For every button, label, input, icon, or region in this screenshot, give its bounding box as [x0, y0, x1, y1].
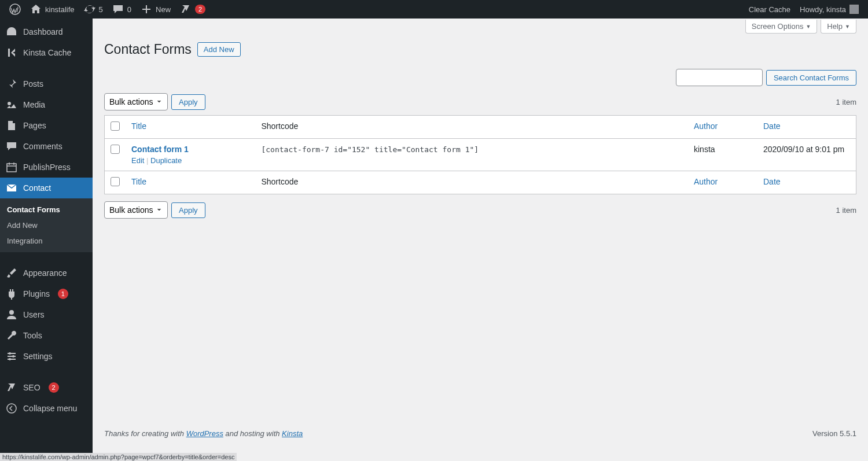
updates-count: 5	[99, 5, 103, 14]
wordpress-icon	[9, 3, 21, 15]
main-content: Screen Options▼ Help▼ Contact Forms Add …	[93, 19, 868, 461]
brush-icon	[6, 267, 17, 279]
col-date[interactable]: Date	[757, 116, 856, 139]
item-count-top: 1 item	[836, 98, 856, 106]
sidebar-item-posts[interactable]: Posts	[0, 73, 93, 94]
item-count-bottom: 1 item	[836, 206, 856, 215]
bulk-actions-select-bottom[interactable]: Bulk actions	[104, 201, 168, 219]
sidebar-item-media[interactable]: Media	[0, 94, 93, 115]
wp-logo[interactable]	[5, 0, 25, 19]
media-icon	[6, 99, 17, 110]
pin-icon	[6, 78, 17, 90]
sidebar-item-contact[interactable]: Contact	[0, 178, 93, 198]
collapse-icon	[6, 403, 17, 414]
version-text: Version 5.5.1	[812, 429, 856, 438]
apply-button-top[interactable]: Apply	[171, 94, 205, 110]
seo-badge: 2	[49, 382, 59, 393]
plugins-badge: 1	[58, 289, 68, 299]
svg-point-1	[8, 102, 11, 105]
mail-icon	[6, 182, 17, 194]
user-icon	[6, 309, 17, 320]
svg-point-8	[7, 404, 16, 413]
contact-submenu: Contact Forms Add New Integration	[0, 198, 93, 252]
collapse-menu[interactable]: Collapse menu	[0, 398, 93, 419]
svg-point-7	[9, 358, 11, 360]
col-title[interactable]: Title	[126, 116, 255, 139]
sidebar-item-comments[interactable]: Comments	[0, 136, 93, 157]
submenu-integration[interactable]: Integration	[0, 233, 93, 249]
updates[interactable]: 5	[79, 0, 108, 19]
sidebar-item-tools[interactable]: Tools	[0, 325, 93, 346]
duplicate-link[interactable]: Duplicate	[150, 156, 182, 165]
wrench-icon	[6, 330, 17, 341]
row-date: 2020/09/10 at 9:01 pm	[757, 139, 856, 171]
sidebar-item-appearance[interactable]: Appearance	[0, 263, 93, 283]
search-input[interactable]	[676, 69, 763, 86]
help-button[interactable]: Help▼	[821, 20, 856, 34]
yoast-icon	[180, 3, 192, 15]
row-checkbox[interactable]	[111, 145, 120, 154]
search-button[interactable]: Search Contact Forms	[766, 70, 856, 86]
status-bar-url: https://kinstalife.com/wp-admin/admin.ph…	[0, 453, 237, 461]
col-author[interactable]: Author	[688, 116, 757, 139]
howdy-text: Howdy, kinsta	[800, 5, 846, 14]
comment-icon	[112, 3, 124, 15]
sidebar-item-settings[interactable]: Settings	[0, 346, 93, 367]
table-row: Contact form 1 Edit | Duplicate [contact…	[105, 139, 856, 171]
col-date-foot[interactable]: Date	[757, 171, 856, 194]
apply-button-bottom[interactable]: Apply	[171, 202, 205, 218]
sidebar-item-dashboard[interactable]: Dashboard	[0, 21, 93, 42]
plugin-icon	[6, 288, 17, 300]
submenu-add-new[interactable]: Add New	[0, 217, 93, 233]
new-content[interactable]: New	[136, 0, 175, 19]
add-new-button[interactable]: Add New	[197, 42, 241, 57]
calendar-icon	[6, 161, 17, 173]
edit-link[interactable]: Edit	[131, 156, 144, 165]
comments-icon	[6, 141, 17, 152]
col-shortcode-foot: Shortcode	[255, 171, 688, 194]
comments-bubble[interactable]: 0	[108, 0, 136, 19]
svg-point-4	[9, 310, 14, 315]
yoast-badge: 2	[195, 5, 205, 14]
col-title-foot[interactable]: Title	[126, 171, 255, 194]
avatar	[849, 5, 859, 14]
site-name-text: kinstalife	[45, 5, 75, 14]
footer: Thanks for creating with WordPress and h…	[104, 418, 856, 438]
shortcode-text: [contact-form-7 id="152" title="Contact …	[261, 145, 479, 154]
row-title-link[interactable]: Contact form 1	[131, 145, 189, 154]
page-title: Contact Forms	[104, 42, 192, 57]
svg-point-5	[9, 352, 11, 355]
submenu-contact-forms[interactable]: Contact Forms	[0, 202, 93, 217]
select-all-top[interactable]	[111, 121, 120, 131]
row-author: kinsta	[688, 139, 757, 171]
comments-count: 0	[127, 5, 131, 14]
chevron-down-icon: ▼	[845, 24, 850, 29]
col-shortcode: Shortcode	[255, 116, 688, 139]
admin-sidebar: Dashboard Kinsta Cache Posts Media Pages…	[0, 19, 93, 461]
wordpress-link[interactable]: WordPress	[186, 429, 223, 438]
site-name[interactable]: kinstalife	[25, 0, 79, 19]
select-all-bottom[interactable]	[111, 177, 120, 186]
screen-options-button[interactable]: Screen Options▼	[745, 20, 818, 34]
col-author-foot[interactable]: Author	[688, 171, 757, 194]
svg-point-6	[12, 355, 14, 357]
seo-icon	[6, 382, 17, 393]
my-account[interactable]: Howdy, kinsta	[795, 0, 863, 19]
bulk-actions-select-top[interactable]: Bulk actions	[104, 93, 168, 110]
update-icon	[84, 3, 95, 15]
svg-rect-2	[7, 164, 16, 172]
sidebar-item-publishpress[interactable]: PublishPress	[0, 157, 93, 178]
admin-bar: kinstalife 5 0 New 2 Clear Cache Howdy, …	[0, 0, 868, 19]
sliders-icon	[6, 351, 17, 362]
clear-cache[interactable]: Clear Cache	[744, 0, 795, 19]
sidebar-item-users[interactable]: Users	[0, 304, 93, 325]
kinsta-icon	[6, 47, 17, 58]
sidebar-item-pages[interactable]: Pages	[0, 115, 93, 136]
sidebar-item-plugins[interactable]: Plugins 1	[0, 283, 93, 304]
plus-icon	[141, 3, 152, 15]
sidebar-item-seo[interactable]: SEO 2	[0, 377, 93, 398]
yoast[interactable]: 2	[175, 0, 210, 19]
kinsta-link[interactable]: Kinsta	[282, 429, 303, 438]
sidebar-item-kinsta-cache[interactable]: Kinsta Cache	[0, 42, 93, 63]
dashboard-icon	[6, 26, 17, 38]
